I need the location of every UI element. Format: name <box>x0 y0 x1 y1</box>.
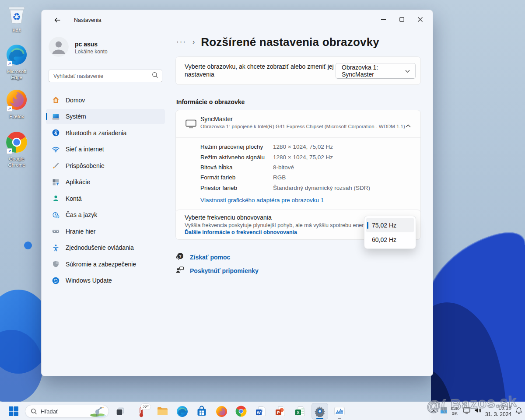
sidebar-item-label: Zjednodušenie ovládania <box>66 244 134 251</box>
display-picker-dropdown[interactable]: Obrazovka 1: SyncMaster <box>336 63 416 79</box>
notification-bell-icon[interactable] <box>515 407 522 416</box>
settings-search-input[interactable] <box>53 73 152 79</box>
task-view-button[interactable] <box>112 403 129 420</box>
adapter-properties-link[interactable]: Vlastnosti grafického adaptéra pre obraz… <box>200 197 412 203</box>
sidebar-item-system[interactable]: Systém <box>46 109 165 124</box>
svg-text:X: X <box>297 410 300 415</box>
display-info-expander-header[interactable]: SyncMaster Obrazovka 1: pripojené k Inte… <box>176 110 420 137</box>
settings-window: Nastavenia pc asus <box>41 10 433 376</box>
shield-icon <box>52 260 60 268</box>
display-picker-value: Obrazovka 1: SyncMaster <box>342 64 405 78</box>
profile-account-type: Lokálne konto <box>75 49 108 55</box>
tray-display-icon[interactable] <box>463 407 470 416</box>
desktop-icon-firefox[interactable]: ↗ Firefox <box>1 89 32 120</box>
option-label: 75,02 Hz <box>372 222 396 229</box>
monitor-icon <box>186 119 196 130</box>
excel-taskbar-button[interactable]: X <box>292 403 308 420</box>
active-app-indicator <box>316 418 323 419</box>
tray-clock[interactable]: 15:16 31. 3. 2024 <box>485 405 511 418</box>
accounts-icon <box>52 195 60 202</box>
sidebar-item-privacy-security[interactable]: Súkromie a zabezpečenie <box>46 256 165 272</box>
display-picker-card: Vyberte obrazovku, ak chcete zobraziť al… <box>175 56 421 85</box>
detail-label: Režim aktívneho signálu <box>200 154 273 161</box>
breadcrumb-ellipsis-button[interactable]: ··· <box>176 38 186 46</box>
taskbar-search-box[interactable] <box>25 405 109 418</box>
svg-text:♻: ♻ <box>12 11 21 22</box>
tray-app-icon[interactable] <box>441 407 447 415</box>
desktop-icon-label: Firefox <box>1 114 32 120</box>
task-manager-taskbar-button[interactable] <box>331 403 348 420</box>
edge-taskbar-button[interactable] <box>174 403 190 420</box>
sidebar-item-label: Windows Update <box>66 277 112 284</box>
minimize-button[interactable] <box>374 13 392 26</box>
tray-volume-icon[interactable] <box>474 407 481 415</box>
refresh-rate-title: Vyberte frekvenciu obnovovania <box>185 214 272 221</box>
section-heading: Informácie o obrazovke <box>176 98 245 105</box>
firefox-taskbar-button[interactable] <box>213 403 230 420</box>
language-indicator[interactable]: SVK SK <box>451 406 459 416</box>
sidebar-item-bluetooth-devices[interactable]: Bluetooth a zariadenia <box>46 125 165 140</box>
tray-time: 15:16 <box>485 405 511 411</box>
tray-chevron-up-icon[interactable] <box>431 407 437 415</box>
refresh-rate-option-75[interactable]: 75,02 Hz <box>366 218 414 232</box>
shortcut-arrow-icon: ↗ <box>7 106 12 112</box>
sidebar-item-label: Aplikácie <box>66 178 90 186</box>
taskbar-search-input[interactable] <box>41 408 88 415</box>
refresh-rate-info-link[interactable]: Ďalšie informácie o frekvencii obnovovan… <box>185 229 297 235</box>
sidebar-item-accounts[interactable]: Kontá <box>46 191 165 206</box>
get-help-link[interactable]: ? Získať pomoc <box>175 252 230 262</box>
get-help-label: Získať pomoc <box>190 254 230 261</box>
detail-row: Režim aktívneho signálu 1280 × 1024, 75,… <box>200 152 412 162</box>
settings-taskbar-button[interactable] <box>312 403 328 420</box>
sidebar-item-personalization[interactable]: Prispôsobenie <box>46 158 165 173</box>
close-button[interactable] <box>411 13 429 26</box>
sidebar-item-gaming[interactable]: Hranie hier <box>46 224 165 239</box>
clock-globe-icon <box>52 211 60 219</box>
search-highlight-bird-image <box>88 406 107 417</box>
feedback-link[interactable]: Poskytnúť pripomienky <box>175 266 259 276</box>
gamepad-icon <box>52 228 60 235</box>
sidebar-item-network-internet[interactable]: Sieť a internet <box>46 142 165 157</box>
microsoft-store-button[interactable] <box>193 403 210 420</box>
weather-widget[interactable]: 22° <box>132 403 151 420</box>
window-title: Nastavenia <box>74 17 102 23</box>
profile-name: pc asus <box>75 41 108 48</box>
keyboard-layout-code: SK <box>451 411 459 416</box>
back-button[interactable] <box>48 14 66 27</box>
maximize-button[interactable] <box>392 13 411 26</box>
detail-value: 1280 × 1024, 75,02 Hz <box>273 154 333 161</box>
sidebar-item-home[interactable]: Domov <box>46 92 165 108</box>
feedback-label: Poskytnúť pripomienky <box>190 267 259 274</box>
sidebar-item-windows-update[interactable]: Windows Update <box>46 273 165 288</box>
file-explorer-button[interactable] <box>154 403 171 420</box>
sidebar-item-label: Čas a jazyk <box>66 211 97 218</box>
sidebar-item-label: Domov <box>66 97 85 104</box>
sidebar-item-label: Súkromie a zabezpečenie <box>66 261 136 268</box>
monitor-connection: Obrazovka 1: pripojené k Intel(R) G41 Ex… <box>200 124 405 129</box>
start-button[interactable] <box>5 403 22 420</box>
desktop-icon-edge[interactable]: ↗ Microsoft Edge <box>1 44 32 81</box>
chrome-taskbar-button[interactable] <box>233 403 249 420</box>
detail-label: Režim pracovnej plochy <box>200 144 273 150</box>
sidebar-item-accessibility[interactable]: Zjednodušenie ovládania <box>46 240 165 256</box>
refresh-rate-option-60[interactable]: 60,02 Hz <box>366 232 414 247</box>
settings-search-box[interactable] <box>49 70 162 82</box>
desktop-icon-chrome[interactable]: ↗ Google Chrome <box>1 131 32 168</box>
refresh-rate-description: Vyššia frekvencia poskytuje plynulejší p… <box>185 222 371 228</box>
shortcut-arrow-icon: ↗ <box>7 61 12 66</box>
tray-date: 31. 3. 2024 <box>485 411 511 418</box>
display-picker-label: Vyberte obrazovku, ak chcete zobraziť al… <box>185 63 338 79</box>
powerpoint-taskbar-button[interactable]: P <box>272 403 289 420</box>
detail-label: Priestor farieb <box>200 185 273 191</box>
sidebar-item-label: Hranie hier <box>66 228 95 235</box>
word-taskbar-button[interactable]: W <box>252 403 269 420</box>
sidebar-item-time-language[interactable]: Čas a jazyk <box>46 207 165 223</box>
sidebar-item-apps[interactable]: Aplikácie <box>46 175 165 190</box>
detail-label: Bitová hĺbka <box>200 164 273 171</box>
user-profile[interactable]: pc asus Lokálne konto <box>49 37 108 59</box>
system-icon <box>52 113 60 120</box>
detail-row: Režim pracovnej plochy 1280 × 1024, 75,0… <box>200 142 412 152</box>
sidebar-item-label: Kontá <box>66 195 82 202</box>
chevron-up-icon[interactable] <box>406 122 411 130</box>
desktop-icon-recycle-bin[interactable]: ♻ Kôš <box>1 4 32 34</box>
